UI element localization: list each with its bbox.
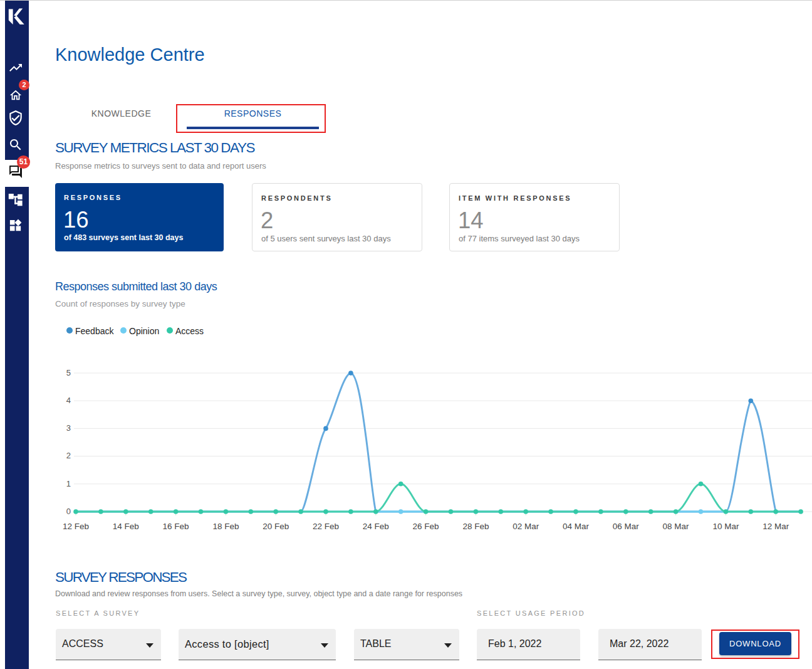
svg-text:04 Mar: 04 Mar [563,522,590,531]
svg-text:4: 4 [66,396,71,405]
svg-text:22 Feb: 22 Feb [313,522,339,531]
svg-text:14 Feb: 14 Feb [113,522,139,531]
svg-text:08 Mar: 08 Mar [663,522,690,531]
svg-text:02 Mar: 02 Mar [513,522,539,531]
svg-text:12 Feb: 12 Feb [63,522,89,531]
svg-text:10 Mar: 10 Mar [712,522,739,531]
svg-text:18 Feb: 18 Feb [212,522,239,531]
svg-text:20 Feb: 20 Feb [263,522,289,531]
svg-text:1: 1 [66,479,71,488]
svg-text:3: 3 [66,423,71,433]
svg-text:16 Feb: 16 Feb [163,522,189,531]
svg-text:5: 5 [66,368,71,377]
svg-text:28 Feb: 28 Feb [462,522,489,531]
svg-text:24 Feb: 24 Feb [363,522,389,531]
svg-text:2: 2 [66,451,71,460]
svg-text:26 Feb: 26 Feb [413,522,439,531]
svg-text:0: 0 [66,507,71,516]
svg-text:12 Mar: 12 Mar [763,522,789,531]
svg-text:06 Mar: 06 Mar [613,522,640,531]
